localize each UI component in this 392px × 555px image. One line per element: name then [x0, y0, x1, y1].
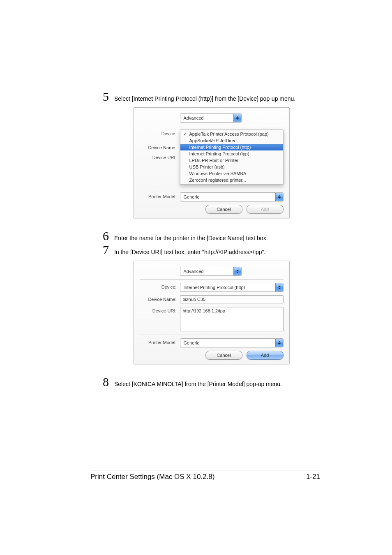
step-8: 8 Select [KONICA MINOLTA] from the [Prin…	[103, 376, 320, 388]
mode-select-value: Advanced	[184, 114, 204, 122]
add-button[interactable]: Add	[247, 205, 284, 214]
menu-item-usb[interactable]: USB Printer (usb)	[180, 164, 283, 170]
device-name-label: Device Name:	[140, 295, 180, 302]
device-uri-label: Device URI:	[140, 307, 180, 313]
printer-model-value: Generic	[184, 193, 200, 201]
page-number: 1-21	[306, 473, 320, 481]
printer-model-select[interactable]: Generic	[180, 192, 284, 201]
menu-item-zeroconf[interactable]: Zeroconf registered printer...	[180, 177, 283, 183]
mode-select-value: Advanced	[184, 267, 204, 275]
add-button[interactable]: Add	[247, 351, 284, 360]
device-popup-menu[interactable]: AppleTalk Printer Access Protocol (pap) …	[180, 130, 284, 185]
menu-item-appletalk[interactable]: AppleTalk Printer Access Protocol (pap)	[180, 131, 283, 137]
menu-item-samba[interactable]: Windows Printer via SAMBA	[180, 170, 283, 177]
divider	[140, 279, 284, 280]
step-text: Select [KONICA MINOLTA] from the [Printe…	[114, 380, 282, 388]
divider	[140, 189, 284, 189]
step-text: Select [Internet Printing Protocol (http…	[114, 95, 295, 103]
device-label: Device:	[140, 283, 180, 289]
step-5: 5 Select [Internet Printing Protocol (ht…	[103, 90, 320, 103]
screenshot-add-printer-filled: Advanced Device: Internet Printing Proto…	[134, 261, 290, 364]
device-name-input[interactable]: bizhub C35	[180, 295, 284, 303]
printer-model-value: Generic	[184, 339, 200, 347]
chevron-updown-icon	[233, 114, 241, 122]
mode-select[interactable]: Advanced	[180, 113, 242, 123]
menu-item-lpd[interactable]: LPD/LPR Host or Printer	[180, 157, 283, 164]
printer-model-label: Printer Model:	[140, 338, 180, 345]
divider	[140, 126, 284, 126]
menu-item-ipp[interactable]: Internet Printing Protocol (ipp)	[180, 150, 283, 157]
cancel-button[interactable]: Cancel	[205, 351, 242, 360]
step-text: Enter the name for the printer in the [D…	[114, 234, 268, 243]
spacer	[140, 113, 180, 115]
device-uri-label: Device URI:	[140, 153, 180, 160]
step-6: 6 Enter the name for the printer in the …	[103, 230, 320, 243]
device-select-value: Internet Printing Protocol (http)	[184, 283, 245, 291]
step-7: 7 In the [Device URI] text box, enter "h…	[103, 244, 320, 257]
step-number: 8	[103, 376, 114, 388]
page-footer: Print Center Settings (Mac OS X 10.2.8) …	[90, 470, 320, 481]
step-number: 5	[103, 90, 114, 103]
chevron-updown-icon	[275, 339, 283, 347]
menu-item-appsocket[interactable]: AppSocket/HP JetDirect	[180, 137, 283, 144]
cancel-button[interactable]: Cancel	[205, 205, 242, 214]
footer-title: Print Center Settings (Mac OS X 10.2.8)	[90, 473, 214, 481]
printer-model-label: Printer Model:	[140, 192, 180, 199]
chevron-updown-icon	[275, 193, 283, 201]
device-uri-input[interactable]: http://192.168.1.2/ipp	[180, 307, 284, 331]
chevron-updown-icon	[275, 283, 283, 291]
printer-model-select[interactable]: Generic	[180, 338, 284, 347]
step-text: In the [Device URI] text box, enter "htt…	[114, 248, 265, 257]
menu-item-ipp-http[interactable]: Internet Printing Protocol (http)	[180, 144, 283, 150]
device-name-label: Device Name:	[140, 143, 180, 150]
device-select[interactable]: Internet Printing Protocol (http)	[180, 283, 284, 292]
step-number: 7	[103, 244, 114, 256]
mode-select[interactable]: Advanced	[180, 267, 242, 276]
divider	[140, 335, 284, 335]
chevron-updown-icon	[233, 267, 241, 275]
spacer	[140, 267, 180, 268]
device-label: Device:	[140, 130, 180, 136]
step-number: 6	[103, 230, 114, 242]
screenshot-add-printer-menu: Advanced Device: AppleTalk Printer Acces…	[134, 107, 290, 218]
